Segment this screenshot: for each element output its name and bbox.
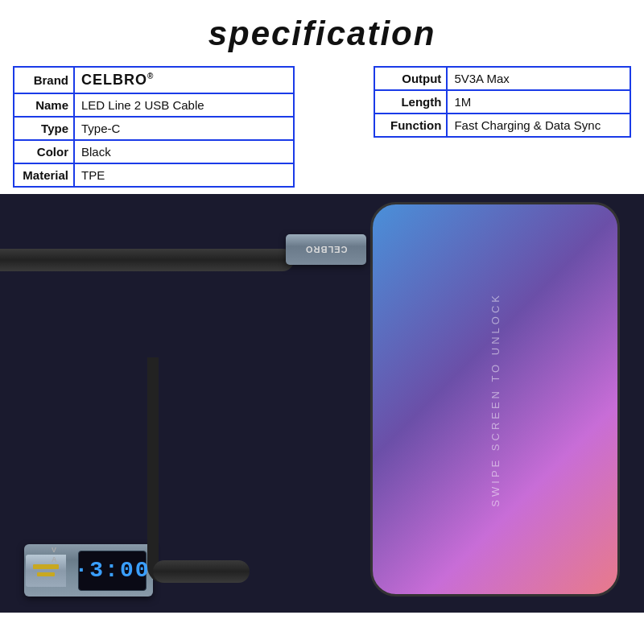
phone-screen-text: SWIPE SCREEN TO UNLOCK	[489, 292, 502, 507]
left-label-2: Type	[14, 117, 74, 140]
usb-a-plug	[26, 555, 66, 587]
cable-corner	[147, 357, 176, 583]
phone-mockup: SWIPE SCREEN TO UNLOCK	[370, 202, 620, 597]
brand-logo: CELBRO®	[81, 72, 154, 88]
right-table-row-1: Length1M	[374, 90, 630, 114]
left-label-4: Material	[14, 163, 74, 187]
left-table-row-4: MaterialTPE	[14, 163, 294, 187]
right-value-2: Fast Charging & Data Sync	[447, 114, 630, 137]
right-label-2: Function	[374, 114, 447, 137]
typec-connector: CELBRO	[286, 234, 366, 265]
left-value-4: TPE	[74, 163, 294, 187]
left-table-row-0: BrandCELBRO®	[14, 67, 294, 93]
left-value-1: LED Line 2 USB Cable	[74, 93, 294, 117]
usb-a-connector: V A ·3:00	[24, 544, 153, 597]
connector-brand-label: CELBRO	[305, 245, 347, 254]
cable-wire-bottom	[153, 560, 250, 583]
left-label-0: Brand	[14, 67, 74, 93]
left-value-3: Black	[74, 140, 294, 163]
a-label: A	[52, 555, 57, 564]
page-container: specification BrandCELBRO®NameLED Line 2…	[0, 0, 644, 644]
left-table-row-1: NameLED Line 2 USB Cable	[14, 93, 294, 117]
spec-table-right: Output5V3A MaxLength1MFunctionFast Charg…	[374, 66, 631, 138]
display-number: ·3:00	[75, 559, 151, 582]
left-label-1: Name	[14, 93, 74, 117]
title-section: specification	[0, 0, 644, 61]
spec-table-left: BrandCELBRO®NameLED Line 2 USB CableType…	[13, 66, 295, 188]
left-table-row-3: ColorBlack	[14, 140, 294, 163]
left-label-3: Color	[14, 140, 74, 163]
v-label: V	[52, 546, 57, 554]
cable-wire-top	[0, 249, 294, 271]
usb-pin-large	[33, 564, 59, 569]
va-labels: V A	[52, 546, 57, 564]
left-value-2: Type-C	[74, 117, 294, 140]
digital-display: ·3:00	[78, 551, 147, 591]
right-table-row-0: Output5V3A Max	[374, 67, 630, 90]
right-label-1: Length	[374, 90, 447, 114]
image-area: SWIPE SCREEN TO UNLOCK CELBRO V A ·3:00	[0, 194, 644, 613]
usb-pin-small	[37, 572, 55, 576]
page-title: specification	[0, 14, 644, 53]
left-table-row-2: TypeType-C	[14, 117, 294, 140]
right-value-1: 1M	[447, 90, 630, 114]
right-value-0: 5V3A Max	[447, 67, 630, 90]
right-table-row-2: FunctionFast Charging & Data Sync	[374, 114, 630, 137]
left-value-0: CELBRO®	[74, 67, 294, 93]
spec-area: BrandCELBRO®NameLED Line 2 USB CableType…	[0, 61, 644, 188]
right-label-0: Output	[374, 67, 447, 90]
